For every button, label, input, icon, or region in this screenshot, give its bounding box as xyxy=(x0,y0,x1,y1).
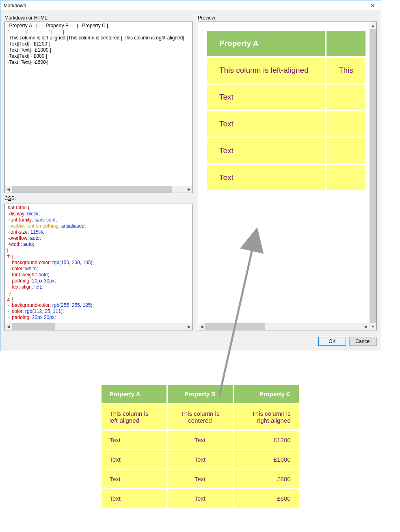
editor-line: |·Property·A···|······Property·B······|·… xyxy=(6,23,191,29)
editor-line: ····font-weight: bold; xyxy=(6,272,191,278)
scroll-left-icon[interactable]: ◀ xyxy=(5,186,12,193)
editor-line: th { xyxy=(6,254,191,260)
editor-line: ····text-align: left; xyxy=(6,284,191,290)
table-cell: Text xyxy=(168,489,233,508)
table-header: Property A xyxy=(207,31,325,56)
dialog-title: Markdown xyxy=(4,3,26,9)
editor-line: |·Text·|Text|···£600·| xyxy=(6,59,191,65)
table-cell: £1200 xyxy=(234,431,299,449)
table-header xyxy=(326,31,365,56)
editor-line: ····background-color: rgb(255 255, 125); xyxy=(6,302,191,308)
table-cell: Text xyxy=(168,470,233,488)
table-row: Text xyxy=(207,85,365,110)
preview-table: Property AThis column is left-alignedThi… xyxy=(205,29,367,192)
editor-line: |·Text·|Text|···£1000·| xyxy=(6,47,191,53)
table-cell: Text xyxy=(168,450,233,469)
table-cell: This xyxy=(326,58,365,83)
table-row: TextText£800 xyxy=(102,470,299,488)
editor-line: |·This·column·is·left-aligned·|This·colu… xyxy=(6,35,191,41)
scroll-left-icon[interactable]: ◀ xyxy=(5,323,12,330)
editor-line: ····padding: 20px 30px; xyxy=(6,278,191,284)
table-cell xyxy=(326,85,365,110)
table-cell: Text xyxy=(102,431,166,449)
table-cell: This column is left-aligned xyxy=(102,404,166,430)
scroll-left-icon[interactable]: ◀ xyxy=(198,323,205,330)
scroll-right-icon[interactable]: ▶ xyxy=(186,186,192,193)
table-cell: This column is left-aligned xyxy=(207,58,325,83)
table-cell: Text xyxy=(168,431,233,449)
editor-line: |·Text|Text|···£800·| xyxy=(6,53,191,59)
markdown-label: Markdown or HTML: xyxy=(4,15,193,21)
titlebar: Markdown ✕ xyxy=(0,0,381,11)
editor-line: .flat-table { xyxy=(6,205,191,211)
scroll-down-icon[interactable]: ▼ xyxy=(370,323,376,330)
editor-line: ····background-color: rgb(150, 200, 105)… xyxy=(6,260,191,266)
editor-line: ····color: white; xyxy=(6,266,191,272)
cancel-button[interactable]: Cancel xyxy=(349,337,377,346)
markdown-input[interactable]: |·Property·A···|······Property·B······|·… xyxy=(4,22,193,193)
table-cell: Text xyxy=(102,450,166,469)
editor-line: |·Text|Text|···£1200·| xyxy=(6,41,191,47)
css-input[interactable]: .flat-table {··display: block;··font-fam… xyxy=(4,204,193,330)
table-row: TextText£1200 xyxy=(102,431,299,449)
example-table: Property AProperty BProperty CThis colum… xyxy=(100,384,300,509)
editor-line: ··font-family: sans-serif; xyxy=(6,217,191,223)
ok-button[interactable]: OK xyxy=(318,337,346,346)
scroll-right-icon[interactable]: ▶ xyxy=(363,323,370,330)
close-icon[interactable]: ✕ xyxy=(365,0,381,11)
table-cell: £600 xyxy=(234,489,299,508)
scrollbar-horizontal[interactable]: ◀ ▶ xyxy=(5,186,192,193)
scrollbar-vertical[interactable]: ▲ ▼ xyxy=(370,22,376,330)
editor-line: |:----------|:-------------:|------:| xyxy=(6,29,191,35)
table-row: Text xyxy=(207,165,365,190)
editor-line: ····color: rgb(112, 25, 111); xyxy=(6,308,191,315)
editor-line: ··overflow: auto; xyxy=(6,235,191,241)
scroll-up-icon[interactable]: ▲ xyxy=(370,22,376,29)
dialog-body: Markdown or HTML: |·Property·A···|······… xyxy=(0,11,381,334)
editor-line: ··width: auto; xyxy=(6,241,191,248)
table-row: TextText£1000 xyxy=(102,450,299,469)
left-column: Markdown or HTML: |·Property·A···|······… xyxy=(4,15,193,330)
editor-line: ··font-size: 115%; xyxy=(6,229,191,235)
right-column: Preview: Property AThis column is left-a… xyxy=(198,15,377,330)
dialog-buttons: OK Cancel xyxy=(0,334,381,351)
scroll-right-icon[interactable]: ▶ xyxy=(186,323,192,330)
example-section: Property AProperty BProperty CThis colum… xyxy=(0,351,400,517)
table-cell xyxy=(326,138,365,163)
editor-line: ··-webkit-font-smoothing: antialiased; xyxy=(6,223,191,229)
editor-line: td { xyxy=(6,296,191,302)
preview-label: Preview: xyxy=(198,15,377,21)
table-cell: Text xyxy=(207,138,325,163)
scrollbar-horizontal[interactable]: ◀ ▶ xyxy=(198,323,370,330)
table-row: Text xyxy=(207,111,365,137)
table-cell: This column is centered xyxy=(168,404,233,430)
table-row: This column is left-alignedThis column i… xyxy=(102,404,299,430)
editor-line: ··display: block; xyxy=(6,211,191,217)
table-cell: £800 xyxy=(234,470,299,488)
markdown-dialog: Markdown ✕ Markdown or HTML: |·Property·… xyxy=(0,0,381,351)
scrollbar-horizontal[interactable]: ◀ ▶ xyxy=(5,323,192,330)
css-label: CSS: xyxy=(4,195,193,201)
table-row: TextText£600 xyxy=(102,489,299,508)
table-cell: Text xyxy=(207,165,325,190)
table-header: Property B xyxy=(168,385,233,403)
editor-line: ··} xyxy=(6,290,191,296)
table-cell xyxy=(326,111,365,137)
table-cell xyxy=(326,165,365,190)
table-cell: Text xyxy=(207,111,325,137)
table-row: This column is left-alignedThis xyxy=(207,58,365,83)
table-cell: Text xyxy=(102,470,166,488)
table-cell: This column is right-aligned xyxy=(234,404,299,430)
table-header: Property A xyxy=(102,385,166,403)
preview-pane: Property AThis column is left-alignedThi… xyxy=(198,22,377,330)
table-cell: £1000 xyxy=(234,450,299,469)
table-cell: Text xyxy=(102,489,166,508)
table-row: Text xyxy=(207,138,365,163)
table-header: Property C xyxy=(234,385,299,403)
editor-line: ····padding: 20px 30px; xyxy=(6,315,191,321)
editor-line: } xyxy=(6,248,191,254)
table-cell: Text xyxy=(207,85,325,110)
